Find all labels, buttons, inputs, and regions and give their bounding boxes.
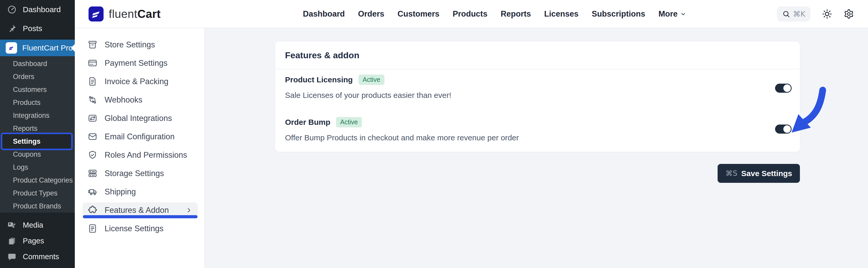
wp-menu-label: Dashboard xyxy=(23,5,61,14)
sidebar-item-storage-settings[interactable]: Storage Settings xyxy=(75,164,205,183)
truck-icon xyxy=(88,187,97,197)
fluentcart-submenu: Dashboard Orders Customers Products Inte… xyxy=(0,56,75,213)
server-icon xyxy=(88,169,97,178)
wp-menu-pages[interactable]: Pages xyxy=(0,233,75,249)
feature-description: Sale Licenses of your products easier th… xyxy=(285,91,769,100)
settings-sidebar: Store Settings Payment Settings Invoice … xyxy=(75,28,205,268)
save-settings-button[interactable]: ⌘S Save Settings xyxy=(718,164,800,183)
wp-menu-comments[interactable]: Comments xyxy=(0,249,75,265)
sidebar-item-invoice-packing[interactable]: Invoice & Packing xyxy=(75,72,205,91)
theme-toggle-button[interactable] xyxy=(822,9,832,19)
wp-menu-fluentcart-pro[interactable]: FluentCart Pro xyxy=(0,40,75,56)
search-icon xyxy=(782,10,790,18)
sidebar-item-license-settings[interactable]: License Settings xyxy=(75,219,205,238)
nav-dashboard[interactable]: Dashboard xyxy=(303,9,345,19)
top-actions: ⌘K xyxy=(777,0,854,28)
sidebar-item-shipping[interactable]: Shipping xyxy=(75,183,205,201)
sidebar-item-email-configuration[interactable]: Email Configuration xyxy=(75,127,205,146)
nav-licenses[interactable]: Licenses xyxy=(544,9,579,19)
nav-orders[interactable]: Orders xyxy=(358,9,384,19)
puzzle-icon xyxy=(88,205,97,215)
submenu-orders[interactable]: Orders xyxy=(0,70,75,83)
wp-menu-dashboard[interactable]: Dashboard xyxy=(0,0,75,19)
features-addon-card: Features & addon Product Licensing Activ… xyxy=(275,41,800,152)
wp-menu-label: Pages xyxy=(23,237,44,245)
current-menu-arrow xyxy=(67,44,75,52)
wp-menu-label: Comments xyxy=(23,252,59,261)
wp-admin-sidebar: Dashboard Posts FluentCart Pro Dashboard… xyxy=(0,0,75,268)
nav-customers[interactable]: Customers xyxy=(398,9,440,19)
page-title: Features & addon xyxy=(275,41,800,69)
submenu-product-brands[interactable]: Product Brands xyxy=(0,200,75,213)
wp-menu-label: Posts xyxy=(23,24,42,33)
invoice-icon xyxy=(88,77,97,86)
sidebar-item-global-integrations[interactable]: Global Integrations xyxy=(75,109,205,127)
submenu-logs[interactable]: Logs xyxy=(0,161,75,174)
status-badge: Active xyxy=(336,117,362,127)
mail-icon xyxy=(88,132,97,141)
dashboard-icon xyxy=(7,5,17,14)
submenu-coupons[interactable]: Coupons xyxy=(0,148,75,161)
sidebar-item-store-settings[interactable]: Store Settings xyxy=(75,35,205,54)
search-button[interactable]: ⌘K xyxy=(777,6,810,22)
nav-more[interactable]: More xyxy=(658,9,686,19)
pin-icon xyxy=(7,24,17,33)
feature-row-order-bump: Order Bump Active Offer Bump Products in… xyxy=(285,117,769,142)
shield-check-icon xyxy=(88,150,97,160)
submenu-settings[interactable]: Settings xyxy=(0,135,75,148)
wp-menu-label: FluentCart Pro xyxy=(22,43,73,52)
comments-icon xyxy=(7,252,17,262)
feature-description: Offer Bump Products in checkout and make… xyxy=(285,133,769,142)
brand-name: fluentCart xyxy=(109,7,161,21)
sun-icon xyxy=(822,9,832,19)
submenu-dashboard[interactable]: Dashboard xyxy=(0,57,75,70)
save-label: Save Settings xyxy=(741,169,792,178)
chevron-right-icon xyxy=(185,207,193,214)
pages-icon xyxy=(7,236,17,246)
status-badge: Active xyxy=(359,75,384,85)
settings-gear-button[interactable] xyxy=(844,9,854,19)
sidebar-item-roles-permissions[interactable]: Roles And Permissions xyxy=(75,146,205,164)
archive-icon xyxy=(88,40,97,50)
top-bar: fluentCart Dashboard Orders Customers Pr… xyxy=(75,0,868,28)
credit-card-icon xyxy=(88,58,97,68)
sidebar-item-webhooks[interactable]: Webhooks xyxy=(75,91,205,109)
submenu-integrations[interactable]: Integrations xyxy=(0,109,75,122)
nav-products[interactable]: Products xyxy=(453,9,488,19)
gear-icon xyxy=(844,9,854,19)
fluentcart-brand[interactable]: fluentCart xyxy=(89,6,161,22)
order-bump-toggle[interactable] xyxy=(775,124,792,133)
sidebar-item-features-addon[interactable]: Features & Addon xyxy=(83,203,198,218)
fluentcart-logo-icon xyxy=(89,6,103,22)
feature-name: Order Bump xyxy=(285,118,330,127)
nav-subscriptions[interactable]: Subscriptions xyxy=(592,9,645,19)
sidebar-item-payment-settings[interactable]: Payment Settings xyxy=(75,54,205,72)
wp-menu-bottom: Media Pages Comments xyxy=(0,217,75,265)
nav-reports[interactable]: Reports xyxy=(501,9,531,19)
main-nav: Dashboard Orders Customers Products Repo… xyxy=(303,0,686,28)
chevron-down-icon xyxy=(680,11,686,17)
wp-menu-media[interactable]: Media xyxy=(0,217,75,233)
feature-name: Product Licensing xyxy=(285,76,353,84)
feature-row-product-licensing: Product Licensing Active Sale Licenses o… xyxy=(285,75,769,100)
webhook-icon xyxy=(88,95,97,105)
search-shortcut: ⌘K xyxy=(793,9,805,19)
submenu-customers[interactable]: Customers xyxy=(0,83,75,96)
license-icon xyxy=(88,224,97,233)
submenu-product-categories[interactable]: Product Categories xyxy=(0,174,75,187)
integrations-icon xyxy=(88,113,97,123)
media-icon xyxy=(7,220,17,230)
submenu-products[interactable]: Products xyxy=(0,96,75,109)
wp-menu-posts[interactable]: Posts xyxy=(0,19,75,38)
product-licensing-toggle[interactable] xyxy=(775,84,792,93)
submenu-product-types[interactable]: Product Types xyxy=(0,187,75,200)
wp-menu-label: Media xyxy=(23,221,43,230)
fluentcart-icon xyxy=(6,42,17,54)
save-shortcut: ⌘S xyxy=(725,169,737,178)
